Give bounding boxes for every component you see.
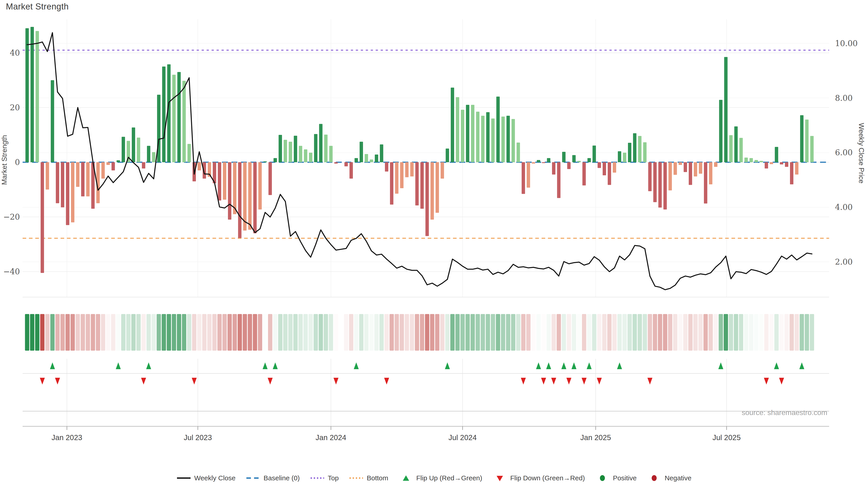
heatmap-cell	[379, 314, 384, 351]
strength-bar-positive	[461, 110, 464, 162]
heatmap-cell	[435, 314, 439, 351]
heatmap-cell	[800, 314, 804, 351]
flip-down-marker	[192, 378, 197, 385]
legend-item-flip-up: Flip Up (Red→Green)	[399, 474, 483, 482]
flip-down-marker	[779, 378, 784, 385]
heatmap-cell	[648, 314, 652, 351]
strength-bar-positive	[172, 75, 176, 162]
strength-bar-negative	[101, 162, 105, 179]
legend-positive-label: Positive	[613, 474, 637, 482]
strength-bar-negative	[228, 162, 231, 220]
heatmap-cell	[749, 314, 753, 351]
chart-plot: 40200−20−4010.008.006.004.002.00Jan 2023…	[0, 0, 868, 488]
heatmap-cell	[608, 314, 612, 351]
strength-bar-positive	[162, 67, 165, 162]
strength-bar-negative	[567, 162, 570, 169]
heatmap-cell	[440, 314, 444, 351]
strength-bar-positive	[117, 160, 120, 162]
strength-bar-positive	[284, 140, 287, 162]
heatmap-cell	[582, 314, 586, 351]
heatmap-cell	[673, 314, 677, 351]
legend-item-negative: Negative	[647, 474, 691, 482]
strength-bar-positive	[491, 119, 495, 162]
strength-bar-negative	[602, 162, 606, 175]
heatmap-cell	[131, 314, 135, 351]
strength-bar-negative	[679, 162, 682, 165]
right-axis-tick-label: 8.00	[835, 94, 852, 103]
heatmap-cell	[754, 314, 758, 351]
strength-bar-negative	[426, 162, 429, 236]
strength-bar-negative	[253, 162, 257, 233]
heatmap-cell	[430, 314, 434, 351]
flip-up-marker	[263, 362, 268, 369]
legend-item-top: Top	[310, 474, 339, 482]
heatmap-cell	[729, 314, 733, 351]
heatmap-cell	[293, 314, 298, 351]
strength-bar-negative	[663, 162, 667, 209]
heatmap-cell	[688, 314, 692, 351]
heatmap-cell	[278, 314, 283, 351]
left-axis-tick-label: 40	[10, 48, 20, 57]
legend-flip-down-icon	[493, 474, 507, 482]
strength-bar-positive	[137, 138, 140, 162]
heatmap-cell	[501, 314, 505, 351]
heatmap-cell	[784, 314, 789, 351]
strength-bar-positive	[355, 158, 358, 162]
heatmap-cell	[167, 314, 171, 351]
heatmap-cell	[541, 314, 546, 351]
legend-flip-up-icon	[399, 474, 413, 482]
heatmap-cell	[572, 314, 576, 351]
strength-bar-positive	[152, 152, 156, 162]
heatmap-cell	[567, 314, 571, 351]
heatmap-cell	[779, 314, 784, 351]
strength-bar-positive	[274, 158, 277, 162]
strength-bar-positive	[51, 80, 54, 162]
heatmap-cell	[562, 314, 566, 351]
flip-up-marker	[445, 362, 450, 369]
strength-bar-positive	[562, 152, 565, 162]
strength-bar-negative	[258, 162, 262, 209]
strength-bar-negative	[66, 162, 69, 225]
strength-bar-negative	[689, 162, 692, 185]
strength-bar-positive	[729, 135, 733, 162]
strength-bar-positive	[264, 161, 267, 162]
heatmap-cell	[283, 314, 287, 351]
strength-bar-positive	[537, 160, 540, 162]
strength-bar-positive	[577, 161, 581, 162]
heatmap-cell	[86, 314, 90, 351]
right-axis-tick-label: 10.00	[835, 39, 858, 48]
heatmap-cell	[627, 314, 632, 351]
strength-bar-negative	[334, 162, 338, 164]
strength-bar-negative	[780, 162, 783, 164]
heatmap-cell	[769, 314, 774, 351]
left-axis-tick-label: 20	[10, 103, 20, 112]
heatmap-cell	[678, 314, 682, 351]
heatmap-cell	[334, 314, 338, 351]
heatmap-cell	[268, 314, 272, 351]
strength-bar-positive	[31, 27, 34, 162]
strength-bar-positive	[744, 158, 748, 162]
heatmap-cell	[724, 314, 728, 351]
heatmap-cell	[390, 314, 394, 351]
heatmap-cell	[354, 314, 359, 351]
heatmap-cell	[263, 314, 267, 351]
strength-bar-negative	[669, 162, 672, 191]
flip-up-marker	[718, 362, 723, 369]
x-axis-tick-label: Jan 2025	[580, 433, 611, 442]
heatmap-cell	[693, 314, 698, 351]
strength-bar-positive	[309, 153, 312, 162]
heatmap-cell	[96, 314, 100, 351]
heatmap-cell	[228, 314, 232, 351]
flip-down-marker	[141, 378, 146, 385]
heatmap-cell	[91, 314, 95, 351]
legend-weekly-close-label: Weekly Close	[194, 474, 236, 482]
strength-bar-negative	[41, 162, 44, 273]
heatmap-cell	[622, 314, 627, 351]
strength-bar-positive	[805, 120, 809, 162]
heatmap-cell	[273, 314, 277, 351]
heatmap-cell	[116, 314, 121, 351]
strength-bar-positive	[547, 158, 550, 162]
heatmap-cell	[460, 314, 465, 351]
strength-bar-negative	[790, 162, 794, 184]
strength-bar-negative	[395, 162, 399, 194]
